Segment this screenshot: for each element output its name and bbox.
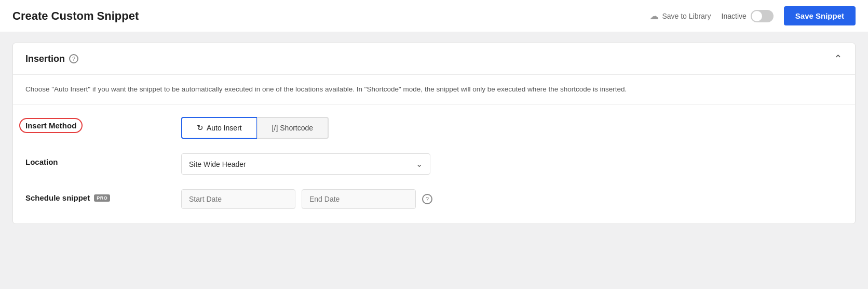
auto-insert-label: Auto Insert: [207, 124, 242, 132]
panel-header: Insertion ? ⌃: [13, 43, 855, 75]
form-section: Insert Method ↻ Auto Insert [/] Shortcod…: [13, 104, 855, 224]
panel-title: Insertion: [25, 54, 65, 64]
active-toggle[interactable]: [751, 10, 774, 22]
location-value: Site Wide Header: [189, 160, 246, 168]
location-label: Location: [25, 153, 181, 166]
inactive-label: Inactive: [722, 12, 747, 20]
start-date-input[interactable]: [181, 189, 295, 209]
schedule-label: Schedule snippet: [25, 193, 90, 202]
save-snippet-button[interactable]: Save Snippet: [784, 6, 856, 25]
insert-method-label-container: Insert Method: [25, 117, 181, 130]
pro-badge: PRO: [94, 194, 110, 202]
location-row: Location Site Wide Header ⌄: [25, 153, 843, 175]
schedule-help-icon[interactable]: ?: [422, 194, 432, 204]
insert-method-control: ↻ Auto Insert [/] Shortcode: [181, 117, 843, 139]
header-actions: ☁ Save to Library Inactive Save Snippet: [649, 6, 856, 25]
schedule-row: Schedule snippet PRO ?: [25, 189, 843, 209]
insert-method-label: Insert Method: [25, 121, 76, 130]
description-text: Choose "Auto Insert" if you want the sni…: [25, 85, 627, 93]
page-header: Create Custom Snippet ☁ Save to Library …: [0, 0, 868, 32]
auto-insert-button[interactable]: ↻ Auto Insert: [181, 117, 257, 139]
panel-help-icon[interactable]: ?: [69, 54, 78, 63]
save-to-library-label: Save to Library: [662, 12, 711, 20]
schedule-control: ?: [181, 189, 843, 209]
location-control: Site Wide Header ⌄: [181, 153, 843, 175]
inactive-group: Inactive: [722, 10, 774, 22]
panel-header-left: Insertion ?: [25, 54, 78, 64]
cloud-icon: ☁: [649, 10, 659, 22]
location-dropdown[interactable]: Site Wide Header ⌄: [181, 153, 430, 175]
chevron-down-icon: ⌄: [416, 159, 423, 169]
shortcode-button[interactable]: [/] Shortcode: [257, 117, 329, 139]
main-content: Insertion ? ⌃ Choose "Auto Insert" if yo…: [0, 32, 868, 289]
schedule-label-container: Schedule snippet PRO: [25, 189, 181, 202]
page-title: Create Custom Snippet: [12, 9, 139, 23]
insert-method-row: Insert Method ↻ Auto Insert [/] Shortcod…: [25, 117, 843, 139]
panel-collapse-icon[interactable]: ⌃: [834, 52, 843, 65]
shortcode-label: [/] Shortcode: [272, 124, 313, 132]
save-to-library-button[interactable]: ☁ Save to Library: [649, 10, 711, 22]
refresh-icon: ↻: [197, 123, 204, 133]
insertion-panel: Insertion ? ⌃ Choose "Auto Insert" if yo…: [12, 43, 856, 224]
end-date-input[interactable]: [302, 189, 416, 209]
description-row: Choose "Auto Insert" if you want the sni…: [13, 75, 855, 104]
method-buttons: ↻ Auto Insert [/] Shortcode: [181, 117, 329, 139]
